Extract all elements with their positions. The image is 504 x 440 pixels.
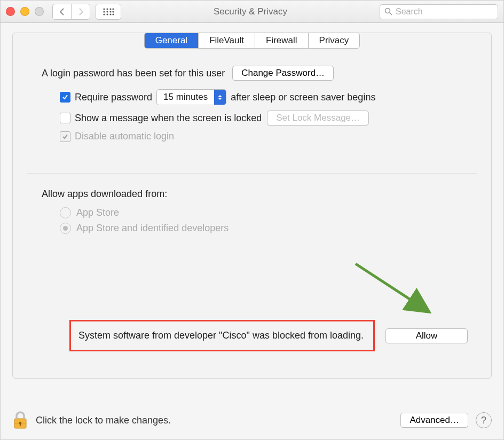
select-stepper-icon — [214, 90, 226, 105]
checkmark-icon — [62, 94, 68, 100]
chevron-left-icon — [60, 8, 65, 15]
search-icon — [384, 7, 392, 15]
require-password-checkbox[interactable] — [60, 92, 70, 103]
svg-point-6 — [109, 11, 111, 12]
grid-icon — [103, 8, 114, 15]
general-pane: A login password has been set for this u… — [28, 49, 476, 234]
svg-point-2 — [109, 8, 111, 10]
search-placeholder: Search — [396, 7, 423, 17]
window-controls — [6, 7, 44, 16]
svg-point-13 — [385, 9, 390, 13]
blocked-software-message: System software from developer "Cisco" w… — [78, 330, 364, 341]
require-password-suffix: after sleep or screen saver begins — [231, 92, 375, 103]
search-field[interactable]: Search — [380, 4, 498, 19]
help-icon: ? — [481, 415, 486, 426]
svg-point-11 — [112, 11, 114, 12]
svg-line-15 — [356, 264, 425, 309]
footer: Click the lock to make changes. Advanced… — [1, 401, 503, 439]
zoom-window-button[interactable] — [35, 7, 44, 16]
svg-point-8 — [106, 13, 108, 15]
require-password-delay-value: 15 minutes — [157, 92, 214, 103]
tab-filevault[interactable]: FileVault — [198, 33, 255, 48]
show-message-checkbox[interactable] — [60, 113, 70, 123]
nav-buttons — [52, 4, 90, 20]
annotation-highlight: System software from developer "Cisco" w… — [69, 320, 375, 351]
show-message-label: Show a message when the screen is locked — [75, 113, 262, 124]
svg-point-12 — [112, 13, 114, 15]
tab-privacy[interactable]: Privacy — [308, 33, 360, 48]
allow-identified-radio[interactable] — [60, 223, 71, 234]
back-button[interactable] — [52, 4, 72, 20]
login-password-set-label: A login password has been set for this u… — [42, 68, 225, 79]
svg-rect-19 — [20, 423, 21, 426]
lock-button[interactable] — [12, 411, 28, 430]
lock-help-text: Click the lock to make changes. — [36, 415, 171, 426]
tab-bar: General FileVault Firewall Privacy — [28, 33, 476, 49]
svg-line-14 — [390, 13, 392, 15]
svg-point-0 — [103, 8, 105, 10]
change-password-button[interactable]: Change Password… — [232, 66, 334, 81]
window-body: General FileVault Firewall Privacy A log… — [1, 23, 503, 385]
set-lock-message-button[interactable]: Set Lock Message… — [267, 111, 369, 125]
blocked-software-row: System software from developer "Cisco" w… — [69, 320, 468, 351]
forward-button[interactable] — [72, 4, 90, 20]
svg-point-1 — [106, 8, 108, 10]
disable-auto-login-label: Disable automatic login — [75, 131, 174, 142]
svg-point-10 — [112, 8, 114, 10]
titlebar: Security & Privacy Search — [1, 1, 503, 23]
lock-icon — [12, 411, 28, 430]
svg-point-7 — [103, 13, 105, 15]
svg-point-4 — [103, 11, 105, 12]
disable-auto-login-checkbox[interactable] — [60, 131, 70, 142]
advanced-button[interactable]: Advanced… — [400, 413, 468, 428]
allow-button[interactable]: Allow — [385, 328, 468, 343]
require-password-label: Require password — [75, 92, 152, 103]
close-window-button[interactable] — [6, 7, 15, 16]
tab-firewall[interactable]: Firewall — [255, 33, 308, 48]
minimize-window-button[interactable] — [20, 7, 29, 16]
svg-point-9 — [109, 13, 111, 15]
chevron-right-icon — [78, 8, 83, 15]
allow-app-store-label: App Store — [76, 207, 119, 218]
tab-general[interactable]: General — [145, 33, 198, 48]
svg-point-5 — [106, 11, 108, 12]
checkmark-icon — [62, 133, 68, 140]
require-password-delay-select[interactable]: 15 minutes — [156, 89, 226, 105]
divider — [27, 173, 477, 174]
allow-identified-label: App Store and identified developers — [76, 223, 229, 234]
help-button[interactable]: ? — [476, 412, 492, 428]
preferences-window: Security & Privacy Search General FileVa… — [0, 0, 504, 440]
allow-app-store-radio[interactable] — [60, 207, 71, 218]
main-panel: General FileVault Firewall Privacy A log… — [12, 33, 492, 379]
allow-apps-heading: Allow apps downloaded from: — [42, 188, 167, 200]
annotation-arrow-icon — [350, 258, 436, 323]
window-title: Security & Privacy — [132, 6, 369, 17]
show-all-button[interactable] — [96, 4, 121, 20]
